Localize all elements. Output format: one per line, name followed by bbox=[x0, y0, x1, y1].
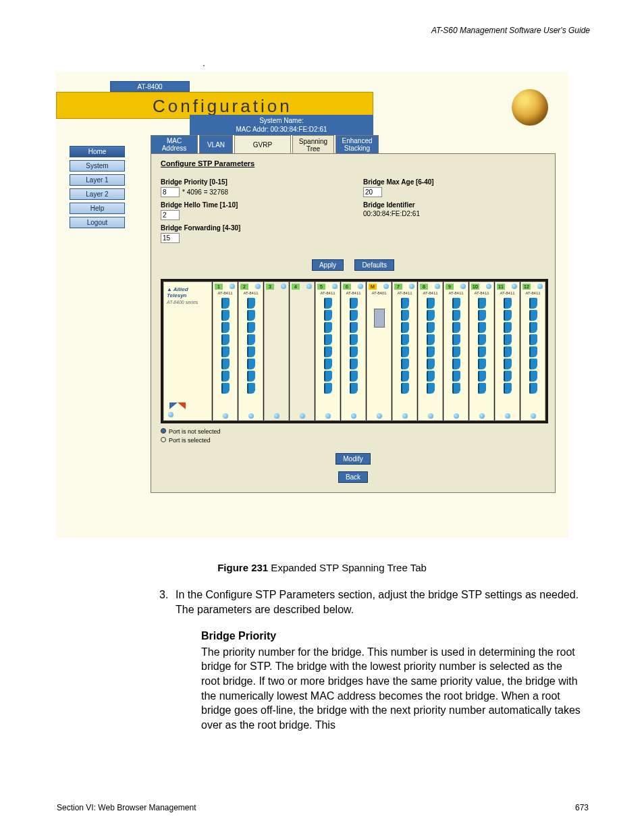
port-icon[interactable] bbox=[221, 334, 230, 345]
port-icon[interactable] bbox=[427, 346, 435, 357]
port-icon[interactable] bbox=[478, 371, 486, 382]
chassis-slot-1[interactable]: 1AT-8411 bbox=[213, 282, 238, 421]
port-icon[interactable] bbox=[504, 310, 512, 321]
port-icon[interactable] bbox=[221, 359, 230, 369]
chassis-slot-4[interactable]: 4 bbox=[290, 282, 315, 421]
port-icon[interactable] bbox=[427, 310, 435, 321]
port-icon[interactable] bbox=[401, 371, 409, 382]
port-icon[interactable] bbox=[247, 298, 255, 309]
nav-layer2[interactable]: Layer 2 bbox=[70, 188, 125, 200]
port-icon[interactable] bbox=[427, 322, 435, 333]
tab-gvrp[interactable]: GVRP bbox=[234, 135, 291, 154]
port-icon[interactable] bbox=[324, 334, 332, 345]
nav-home[interactable]: Home bbox=[70, 146, 125, 157]
bridge-maxage-input[interactable] bbox=[363, 187, 382, 197]
port-icon[interactable] bbox=[324, 346, 332, 357]
port-icon[interactable] bbox=[350, 298, 358, 309]
port-icon[interactable] bbox=[504, 346, 512, 357]
port-icon[interactable] bbox=[350, 346, 358, 357]
port-icon[interactable] bbox=[401, 383, 409, 394]
port-icon[interactable] bbox=[478, 346, 486, 357]
chassis-slot-6[interactable]: 6AT-8411 bbox=[341, 282, 366, 421]
back-button[interactable]: Back bbox=[338, 471, 368, 483]
nav-system[interactable]: System bbox=[70, 160, 125, 172]
chassis-slot-10[interactable]: 10AT-8411 bbox=[469, 282, 494, 421]
port-icon[interactable] bbox=[401, 322, 409, 333]
bridge-forwarding-input[interactable] bbox=[161, 233, 180, 243]
port-icon[interactable] bbox=[247, 322, 255, 333]
port-icon[interactable] bbox=[350, 322, 358, 333]
port-icon[interactable] bbox=[452, 322, 460, 333]
port-icon[interactable] bbox=[221, 298, 230, 309]
port-icon[interactable] bbox=[324, 383, 332, 394]
port-icon[interactable] bbox=[324, 310, 332, 321]
port-icon[interactable] bbox=[478, 310, 486, 321]
port-icon[interactable] bbox=[401, 310, 409, 321]
port-icon[interactable] bbox=[452, 334, 460, 345]
port-icon[interactable] bbox=[350, 371, 358, 382]
port-icon[interactable] bbox=[401, 359, 409, 369]
port-icon[interactable] bbox=[478, 359, 486, 369]
port-icon[interactable] bbox=[452, 383, 460, 394]
tab-mac-address[interactable]: MAC Address bbox=[151, 135, 198, 154]
port-icon[interactable] bbox=[529, 298, 537, 309]
port-icon[interactable] bbox=[504, 359, 512, 369]
port-icon[interactable] bbox=[529, 383, 537, 394]
port-icon[interactable] bbox=[247, 310, 255, 321]
nav-logout[interactable]: Logout bbox=[70, 217, 125, 228]
port-icon[interactable] bbox=[452, 359, 460, 369]
port-icon[interactable] bbox=[478, 298, 486, 309]
nav-layer1[interactable]: Layer 1 bbox=[70, 174, 125, 186]
port-icon[interactable] bbox=[452, 310, 460, 321]
port-icon[interactable] bbox=[529, 334, 537, 345]
port-icon[interactable] bbox=[324, 371, 332, 382]
port-icon[interactable] bbox=[478, 383, 486, 394]
apply-button[interactable]: Apply bbox=[312, 259, 344, 271]
port-icon[interactable] bbox=[452, 298, 460, 309]
port-icon[interactable] bbox=[427, 298, 435, 309]
chassis-slot-7[interactable]: 7AT-8411 bbox=[392, 282, 417, 421]
port-icon[interactable] bbox=[350, 383, 358, 394]
port-icon[interactable] bbox=[221, 310, 230, 321]
tab-vlan[interactable]: VLAN bbox=[199, 135, 233, 154]
nav-help[interactable]: Help bbox=[70, 203, 125, 214]
chassis-slot-11[interactable]: 11AT-8411 bbox=[495, 282, 520, 421]
modify-button[interactable]: Modify bbox=[336, 453, 370, 465]
tab-spanning-tree[interactable]: Spanning Tree bbox=[292, 135, 334, 154]
port-icon[interactable] bbox=[529, 322, 537, 333]
port-icon[interactable] bbox=[452, 371, 460, 382]
port-icon[interactable] bbox=[478, 322, 486, 333]
tab-enhanced-stacking[interactable]: Enhanced Stacking bbox=[336, 135, 379, 154]
port-icon[interactable] bbox=[324, 359, 332, 369]
port-icon[interactable] bbox=[247, 383, 255, 394]
port-icon[interactable] bbox=[427, 334, 435, 345]
port-icon[interactable] bbox=[221, 322, 230, 333]
port-icon[interactable] bbox=[529, 310, 537, 321]
chassis-slot-12[interactable]: 12AT-8411 bbox=[520, 282, 545, 421]
port-icon[interactable] bbox=[350, 310, 358, 321]
port-icon[interactable] bbox=[324, 322, 332, 333]
chassis-slot-5[interactable]: 5AT-8411 bbox=[315, 282, 340, 421]
port-icon[interactable] bbox=[247, 371, 255, 382]
port-icon[interactable] bbox=[350, 359, 358, 369]
port-icon[interactable] bbox=[478, 334, 486, 345]
port-icon[interactable] bbox=[504, 383, 512, 394]
port-icon[interactable] bbox=[324, 298, 332, 309]
port-icon[interactable] bbox=[427, 359, 435, 369]
port-icon[interactable] bbox=[247, 334, 255, 345]
defaults-button[interactable]: Defaults bbox=[354, 259, 394, 271]
port-icon[interactable] bbox=[401, 334, 409, 345]
port-icon[interactable] bbox=[504, 371, 512, 382]
port-icon[interactable] bbox=[401, 346, 409, 357]
port-icon[interactable] bbox=[529, 371, 537, 382]
chassis-slot-9[interactable]: 9AT-8411 bbox=[444, 282, 468, 421]
port-icon[interactable] bbox=[247, 346, 255, 357]
port-icon[interactable] bbox=[221, 383, 230, 394]
bridge-hello-input[interactable] bbox=[161, 210, 180, 220]
bridge-priority-input[interactable] bbox=[161, 187, 180, 197]
port-icon[interactable] bbox=[504, 322, 512, 333]
chassis-slot-M[interactable]: MAT-8401 bbox=[367, 282, 392, 421]
port-icon[interactable] bbox=[247, 359, 255, 369]
port-icon[interactable] bbox=[221, 346, 230, 357]
port-icon[interactable] bbox=[427, 383, 435, 394]
